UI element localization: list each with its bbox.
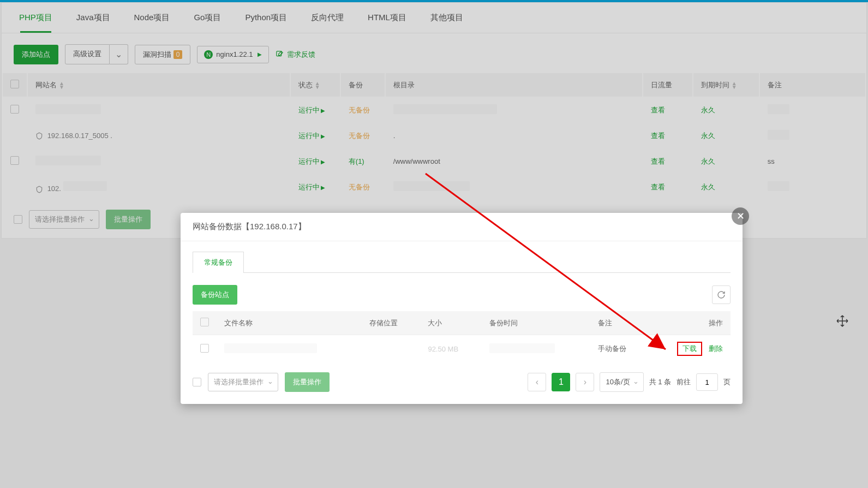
backup-remark: 手动备份 [598, 344, 626, 353]
refresh-icon [717, 290, 726, 299]
pagination: 请选择批量操作 批量操作 ‹ 1 › 10条/页 共 1 条 前往 页 [193, 372, 731, 392]
download-link[interactable]: 下载 [683, 344, 697, 353]
modal-tab-normal[interactable]: 常规备份 [193, 252, 244, 273]
backup-time [489, 343, 555, 353]
page-1-button[interactable]: 1 [552, 373, 570, 391]
backup-file-name[interactable] [224, 343, 317, 353]
page-suffix: 页 [723, 377, 731, 387]
col-time: 备份时间 [489, 319, 518, 327]
modal-batch-button[interactable]: 批量操作 [285, 372, 330, 392]
goto-label: 前往 [677, 377, 691, 387]
delete-link[interactable]: 删除 [709, 344, 723, 353]
backup-size: 92.50 MB [428, 345, 458, 353]
backup-site-button[interactable]: 备份站点 [193, 285, 237, 305]
row-checkbox[interactable] [200, 344, 209, 353]
col-remark: 备注 [598, 319, 612, 327]
select-all-checkbox[interactable] [200, 318, 209, 326]
close-icon[interactable]: ✕ [732, 207, 749, 225]
backup-table: 文件名称 存储位置 大小 备份时间 备注 操作 92.50 MB 手动备份 [193, 311, 731, 362]
page-input[interactable] [696, 373, 718, 391]
col-file: 文件名称 [224, 319, 253, 327]
col-action: 操作 [709, 319, 723, 327]
batch-select-all[interactable] [193, 378, 201, 386]
total-count: 共 1 条 [649, 377, 671, 387]
modal-title: 网站备份数据【192.168.0.17】 [181, 213, 743, 241]
backup-modal: ✕ 网站备份数据【192.168.0.17】 常规备份 备份站点 文件名称 存储… [181, 213, 743, 404]
modal-batch-select[interactable]: 请选择批量操作 [208, 373, 278, 391]
next-page-button[interactable]: › [576, 373, 594, 391]
refresh-button[interactable] [712, 285, 731, 304]
page-size-select[interactable]: 10条/页 [600, 372, 643, 392]
backup-row: 92.50 MB 手动备份 下载 删除 [193, 335, 731, 363]
col-storage: 存储位置 [369, 319, 398, 327]
col-size: 大小 [428, 319, 442, 327]
prev-page-button[interactable]: ‹ [528, 373, 546, 391]
